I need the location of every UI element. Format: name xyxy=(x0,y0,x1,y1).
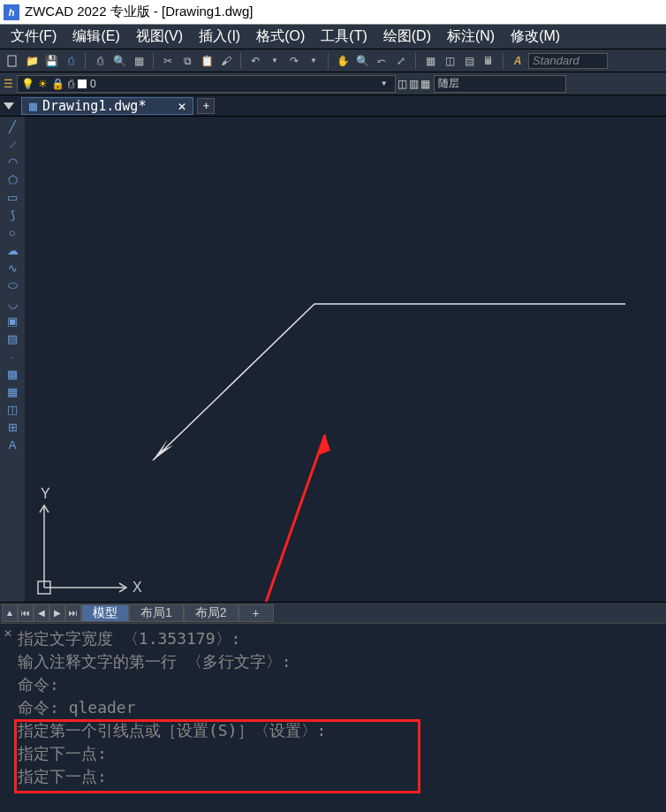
command-line: 指定文字宽度 〈1.353179〉: xyxy=(18,627,664,650)
menu-tools[interactable]: 工具(T) xyxy=(314,26,374,48)
close-command-panel-icon[interactable]: ✕ xyxy=(0,624,16,787)
add-layout-tab[interactable]: + xyxy=(238,604,274,622)
ellipse-icon[interactable]: ⬭ xyxy=(4,277,21,293)
model-tab[interactable]: 模型 xyxy=(81,604,129,622)
ellipse-arc-icon[interactable]: ◡ xyxy=(4,295,21,311)
calculator-icon[interactable]: 🖩 xyxy=(480,52,497,70)
pan-icon[interactable]: ✋ xyxy=(334,52,352,70)
drawing-canvas[interactable]: Y X xyxy=(25,117,666,602)
insert-block-icon[interactable]: ▣ xyxy=(4,313,21,329)
tab-nav-first-icon[interactable]: ⏮ xyxy=(18,604,34,622)
zoom-icon[interactable]: 🔍 xyxy=(353,52,371,70)
text-style-icon[interactable]: A xyxy=(509,52,526,70)
menu-edit[interactable]: 编辑(E) xyxy=(65,26,126,48)
preview-icon[interactable]: 🔍 xyxy=(110,52,128,70)
layer-iso-icon[interactable]: ◫ xyxy=(397,78,407,90)
command-line: 输入注释文字的第一行 〈多行文字〉: xyxy=(18,650,664,673)
text-style-input[interactable] xyxy=(528,53,608,69)
command-history[interactable]: 指定文字宽度 〈1.353179〉: 输入注释文字的第一行 〈多行文字〉: 命令… xyxy=(16,624,666,787)
undo-dropdown-icon[interactable]: ▼ xyxy=(266,52,284,70)
workspace: ╱ ⟋ ◠ ⬠ ▭ ⟆ ○ ☁ ∿ ⬭ ◡ ▣ ▨ ∙ ▩ ▦ ◫ ⊞ A xyxy=(0,117,666,602)
designcenter-icon[interactable]: ◫ xyxy=(441,52,458,70)
layer-dropdown[interactable]: 💡 ☀ 🔒 ⎙ 0 ▼ xyxy=(17,75,396,93)
command-line: 指定第一个引线点或［设置(S)］〈设置〉: xyxy=(18,719,664,742)
layer-prev-icon[interactable]: ▥ xyxy=(409,78,419,90)
window-title: ZWCAD 2022 专业版 - [Drawing1.dwg] xyxy=(25,4,253,20)
bylayer-dropdown[interactable]: 随层 xyxy=(434,75,566,93)
layer-toolbar: ☰ 💡 ☀ 🔒 ⎙ 0 ▼ ◫ ▥ ▦ 随层 xyxy=(0,72,666,95)
menu-bar: 文件(F) 编辑(E) 视图(V) 插入(I) 格式(O) 工具(T) 绘图(D… xyxy=(0,25,666,49)
close-tab-icon[interactable]: ✕ xyxy=(178,98,185,114)
match-icon[interactable]: 🖌 xyxy=(217,52,235,70)
hatch-icon[interactable]: ▩ xyxy=(4,366,21,382)
polygon-icon[interactable]: ⬠ xyxy=(4,171,21,187)
svg-rect-0 xyxy=(8,56,16,66)
print-icon[interactable]: ⎙ xyxy=(91,52,109,70)
document-tab[interactable]: ▦ Drawing1.dwg* ✕ xyxy=(21,97,193,115)
command-line: 命令: qleader xyxy=(18,696,664,719)
chevron-down-icon: ▼ xyxy=(377,80,391,87)
tool-palette-icon[interactable]: ▤ xyxy=(460,52,478,70)
mtext-icon[interactable]: A xyxy=(4,436,21,452)
tab-nav-last-icon[interactable]: ⏭ xyxy=(65,604,81,622)
cut-icon[interactable]: ✂ xyxy=(159,52,177,70)
menu-format[interactable]: 格式(O) xyxy=(249,26,312,48)
tab-nav-up-icon[interactable]: ▲ xyxy=(2,604,18,622)
sun-icon: ☀ xyxy=(38,78,48,90)
ucs-x-label: X xyxy=(132,580,142,595)
menu-dimension[interactable]: 标注(N) xyxy=(440,26,502,48)
spline-icon[interactable]: ∿ xyxy=(4,260,21,276)
arc2-icon[interactable]: ⟆ xyxy=(4,207,21,223)
bylayer-label: 随层 xyxy=(438,76,459,91)
tab-nav-prev-icon[interactable]: ◀ xyxy=(34,604,49,622)
layer-match-icon[interactable]: ▦ xyxy=(420,78,430,90)
gradient-icon[interactable]: ▦ xyxy=(4,383,21,399)
line-icon[interactable]: ╱ xyxy=(4,118,21,134)
ucs-y-label: Y xyxy=(41,486,50,501)
menu-draw[interactable]: 绘图(D) xyxy=(376,26,438,48)
table-icon[interactable]: ⊞ xyxy=(4,419,21,435)
menu-insert[interactable]: 插入(I) xyxy=(192,26,247,48)
make-block-icon[interactable]: ▨ xyxy=(4,330,21,346)
point-icon[interactable]: ∙ xyxy=(4,348,21,364)
tab-nav-next-icon[interactable]: ▶ xyxy=(49,604,65,622)
zoom-prev-icon[interactable]: ⤺ xyxy=(373,52,390,70)
menu-file[interactable]: 文件(F) xyxy=(4,26,64,48)
plot-icon[interactable]: ▦ xyxy=(130,52,148,70)
svg-line-2 xyxy=(257,435,325,602)
title-bar: h ZWCAD 2022 专业版 - [Drawing1.dwg] xyxy=(0,0,666,25)
document-tab-row: ▦ Drawing1.dwg* ✕ + xyxy=(0,95,666,117)
save-icon[interactable]: 💾 xyxy=(42,52,60,70)
document-tab-label: Drawing1.dwg* xyxy=(42,98,146,114)
command-panel: ✕ 指定文字宽度 〈1.353179〉: 输入注释文字的第一行 〈多行文字〉: … xyxy=(0,623,666,787)
zoom-ext-icon[interactable]: ⤢ xyxy=(392,52,410,70)
dwg-icon: ▦ xyxy=(29,98,37,114)
redo-icon[interactable]: ↷ xyxy=(285,52,303,70)
open-icon[interactable]: 📁 xyxy=(23,52,41,70)
revcloud-icon[interactable]: ☁ xyxy=(4,242,21,258)
layout2-tab[interactable]: 布局2 xyxy=(184,604,238,622)
command-line: 命令: xyxy=(18,673,664,696)
new-icon[interactable] xyxy=(4,52,21,70)
draw-toolbar: ╱ ⟋ ◠ ⬠ ▭ ⟆ ○ ☁ ∿ ⬭ ◡ ▣ ▨ ∙ ▩ ▦ ◫ ⊞ A xyxy=(0,117,25,602)
app-logo-icon: h xyxy=(4,4,19,20)
layer-name: 0 xyxy=(90,78,96,90)
new-tab-button[interactable]: + xyxy=(197,98,215,114)
region-icon[interactable]: ◫ xyxy=(4,401,21,417)
layout1-tab[interactable]: 布局1 xyxy=(129,604,184,622)
saveall-icon[interactable]: ⎙ xyxy=(62,52,79,70)
arc-icon[interactable]: ◠ xyxy=(4,154,21,170)
paste-icon[interactable]: 📋 xyxy=(198,52,216,70)
lightbulb-icon: 💡 xyxy=(21,78,34,90)
properties-icon[interactable]: ▦ xyxy=(421,52,439,70)
dropdown-triangle-icon[interactable] xyxy=(4,102,14,110)
rectangle-icon[interactable]: ▭ xyxy=(4,189,21,205)
menu-modify[interactable]: 修改(M) xyxy=(503,26,567,48)
circle-icon[interactable]: ○ xyxy=(4,224,21,240)
polyline-icon[interactable]: ⟋ xyxy=(4,136,21,152)
copy-icon[interactable]: ⧉ xyxy=(178,52,196,70)
menu-view[interactable]: 视图(V) xyxy=(129,26,190,48)
undo-icon[interactable]: ↶ xyxy=(246,52,264,70)
redo-dropdown-icon[interactable]: ▼ xyxy=(305,52,322,70)
layer-properties-icon[interactable]: ☰ xyxy=(4,78,13,90)
